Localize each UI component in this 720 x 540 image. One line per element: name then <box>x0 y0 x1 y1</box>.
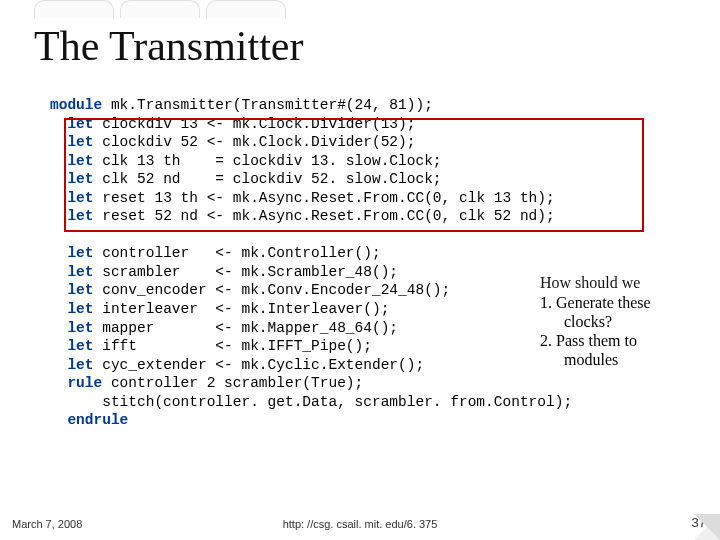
kw-let: let <box>50 264 94 280</box>
footer-url: http: //csg. csail. mit. edu/6. 375 <box>0 518 720 530</box>
annotation-item-1: 1. Generate these clocks? <box>540 293 720 331</box>
kw-let: let <box>50 282 94 298</box>
code-line: mapper <- mk.Mapper_48_64(); <box>94 320 399 336</box>
kw-let: let <box>50 134 94 150</box>
kw-let: let <box>50 116 94 132</box>
annotation-text: clocks? <box>564 312 720 331</box>
code-line: ifft <- mk.IFFT_Pipe(); <box>94 338 372 354</box>
kw-let: let <box>50 245 94 261</box>
tab-placeholder <box>120 0 200 18</box>
annotation-head: How should we <box>540 273 710 292</box>
annotation-text: 2. Pass them to <box>540 332 637 349</box>
kw-let: let <box>50 338 94 354</box>
code-line: clockdiv 52 <- mk.Clock.Divider(52); <box>94 134 416 150</box>
kw-rule: rule <box>50 375 102 391</box>
kw-let: let <box>50 190 94 206</box>
tab-strip <box>34 0 286 18</box>
code-line: controller 2 scrambler(True); <box>102 375 363 391</box>
code-line: reset 52 nd <- mk.Async.Reset.From.CC(0,… <box>94 208 555 224</box>
code-line: conv_encoder <- mk.Conv.Encoder_24_48(); <box>94 282 451 298</box>
kw-module: module <box>50 97 102 113</box>
code-line: clk 13 th = clockdiv 13. slow.Clock; <box>94 153 442 169</box>
kw-let: let <box>50 208 94 224</box>
kw-let: let <box>50 320 94 336</box>
code-line: clockdiv 13 <- mk.Clock.Divider(13); <box>94 116 416 132</box>
page-title: The Transmitter <box>34 22 304 70</box>
kw-endrule: endrule <box>50 412 128 428</box>
kw-let: let <box>50 171 94 187</box>
code-block: module mk.Transmitter(Transmitter#(24, 8… <box>50 96 670 430</box>
code-line: interleaver <- mk.Interleaver(); <box>94 301 390 317</box>
code-line: scrambler <- mk.Scrambler_48(); <box>94 264 399 280</box>
page-curl-icon <box>694 514 720 540</box>
kw-let: let <box>50 153 94 169</box>
kw-let: let <box>50 301 94 317</box>
annotation-text: modules <box>564 350 720 369</box>
annotation-text: 1. Generate these <box>540 294 651 311</box>
code-line: controller <- mk.Controller(); <box>94 245 381 261</box>
code-line: clk 52 nd = clockdiv 52. slow.Clock; <box>94 171 442 187</box>
code-line: stitch(controller. get.Data, scrambler. … <box>50 394 572 410</box>
annotation-item-2: 2. Pass them to modules <box>540 331 720 369</box>
code-line: mk.Transmitter(Transmitter#(24, 81)); <box>102 97 433 113</box>
code-line: reset 13 th <- mk.Async.Reset.From.CC(0,… <box>94 190 555 206</box>
code-line: cyc_extender <- mk.Cyclic.Extender(); <box>94 357 425 373</box>
tab-placeholder <box>206 0 286 18</box>
kw-let: let <box>50 357 94 373</box>
tab-placeholder <box>34 0 114 18</box>
